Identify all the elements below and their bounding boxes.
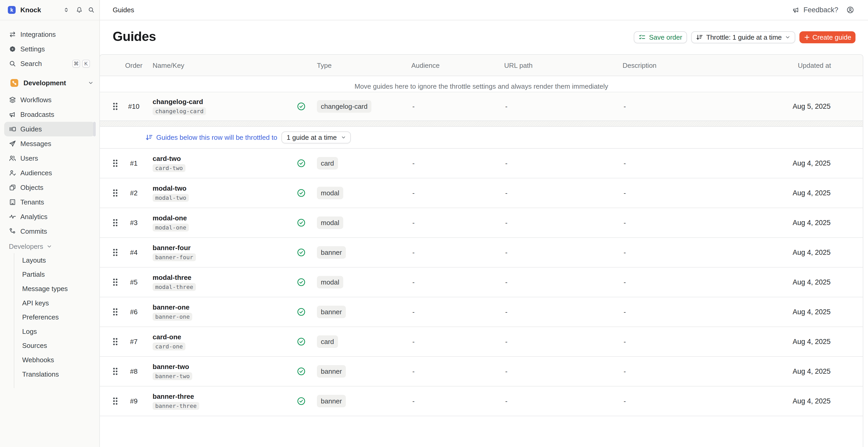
row-audience: - xyxy=(412,338,415,346)
workspace-select-icon[interactable] xyxy=(63,6,69,13)
drag-handle-icon[interactable] xyxy=(113,368,118,375)
table-row[interactable]: #2 modal-two modal-two modal - - - Aug 4… xyxy=(100,179,863,208)
sidebar-item-preferences[interactable]: Preferences xyxy=(14,310,99,324)
guide-name[interactable]: banner-two xyxy=(153,363,189,371)
save-order-button[interactable]: Save order xyxy=(634,31,687,43)
guide-name[interactable]: card-one xyxy=(153,333,181,341)
row-url-path: - xyxy=(505,159,507,167)
guide-name-key-cell: banner-two banner-two xyxy=(153,363,192,380)
guide-type-badge: modal xyxy=(317,276,343,288)
guide-name[interactable]: banner-four xyxy=(153,244,191,252)
throttle-count-dropdown[interactable]: 1 guide at a time xyxy=(281,131,351,143)
activity-icon xyxy=(9,213,16,220)
user-check-icon xyxy=(9,169,16,177)
table-row[interactable]: #4 banner-four banner-four banner - - - … xyxy=(100,238,863,267)
environment-switcher[interactable]: Development xyxy=(0,77,99,89)
drag-handle-icon[interactable] xyxy=(113,338,118,346)
sidebar-item-messages[interactable]: Messages xyxy=(4,136,95,151)
sidebar-item-layouts[interactable]: Layouts xyxy=(14,253,99,267)
checklist-icon xyxy=(639,34,646,41)
guide-name[interactable]: card-two xyxy=(153,155,181,163)
table-row[interactable]: #6 banner-one banner-one banner - - - Au… xyxy=(100,297,863,327)
row-order: #10 xyxy=(121,102,147,110)
guide-name[interactable]: modal-three xyxy=(153,274,191,282)
integrations-icon xyxy=(9,31,16,38)
create-guide-button[interactable]: Create guide xyxy=(799,31,856,43)
sort-descending-icon xyxy=(145,133,153,141)
developers-nav: Layouts Partials Message types API keys … xyxy=(14,253,99,388)
row-audience: - xyxy=(412,249,415,257)
status-check-icon xyxy=(297,159,305,167)
row-updated-at: Aug 4, 2025 xyxy=(793,189,831,197)
guide-name[interactable]: banner-three xyxy=(153,392,194,401)
drag-handle-icon[interactable] xyxy=(113,278,118,286)
drag-handle-icon[interactable] xyxy=(113,308,118,316)
sidebar-item-settings[interactable]: Settings xyxy=(4,42,95,56)
sidebar-item-audiences[interactable]: Audiences xyxy=(4,166,95,180)
drag-handle-icon[interactable] xyxy=(113,102,118,110)
guide-name-key-cell: banner-one banner-one xyxy=(153,303,192,321)
sidebar-item-partials[interactable]: Partials xyxy=(14,267,99,282)
developers-section-toggle[interactable]: Developers xyxy=(0,240,99,253)
row-order: #4 xyxy=(121,249,147,257)
table-row[interactable]: #8 banner-two banner-two banner - - - Au… xyxy=(100,357,863,386)
drag-handle-icon[interactable] xyxy=(113,159,118,167)
row-url-path: - xyxy=(505,397,507,405)
row-description: - xyxy=(624,397,626,405)
status-check-icon xyxy=(297,367,305,376)
sidebar-item-workflows[interactable]: Workflows xyxy=(4,93,95,107)
sidebar-item-integrations[interactable]: Integrations xyxy=(4,27,95,42)
table-row[interactable]: #1 card-two card-two card - - - Aug 4, 2… xyxy=(100,149,863,179)
search-icon[interactable] xyxy=(88,6,95,13)
drag-handle-icon[interactable] xyxy=(113,397,118,405)
guide-name[interactable]: banner-one xyxy=(153,303,190,311)
sidebar-item-tenants[interactable]: Tenants xyxy=(4,195,95,210)
throttle-dropdown-button[interactable]: Throttle: 1 guide at a time xyxy=(691,31,795,43)
sidebar-item-sources[interactable]: Sources xyxy=(14,339,99,353)
feedback-button[interactable]: Feedback? xyxy=(793,6,838,14)
building-icon xyxy=(9,198,16,206)
drag-handle-icon[interactable] xyxy=(113,219,118,227)
guide-name[interactable]: modal-two xyxy=(153,184,186,192)
drag-handle-icon[interactable] xyxy=(113,189,118,197)
knock-app: k Knock Integrations Settings Search xyxy=(0,0,868,447)
sidebar-item-users[interactable]: Users xyxy=(4,151,95,166)
guide-name[interactable]: modal-one xyxy=(153,214,187,222)
row-order: #1 xyxy=(121,159,147,167)
row-audience: - xyxy=(412,368,415,376)
sidebar-item-commits[interactable]: Commits xyxy=(4,224,95,238)
notifications-bell-icon[interactable] xyxy=(76,6,83,13)
status-check-icon xyxy=(297,189,305,197)
plus-icon xyxy=(804,34,810,41)
sidebar-item-broadcasts[interactable]: Broadcasts xyxy=(4,107,95,122)
sidebar-item-search[interactable]: Search ⌘ K xyxy=(4,56,95,71)
sidebar-item-api-keys[interactable]: API keys xyxy=(14,296,99,310)
guide-key: modal-two xyxy=(153,194,189,202)
sidebar-item-guides[interactable]: Guides xyxy=(4,122,95,136)
sidebar-item-translations[interactable]: Translations xyxy=(14,367,99,382)
unthrottled-hint: Move guides here to ignore the throttle … xyxy=(100,76,863,92)
guide-key: banner-one xyxy=(153,313,192,321)
row-audience: - xyxy=(412,159,415,167)
table-row[interactable]: #7 card-one card-one card - - - Aug 4, 2… xyxy=(100,327,863,357)
workspace-switcher[interactable]: k Knock xyxy=(0,0,99,20)
account-avatar-icon[interactable] xyxy=(847,6,854,13)
table-row[interactable]: #3 modal-one modal-one modal - - - Aug 4… xyxy=(100,208,863,238)
table-row[interactable]: #9 banner-three banner-three banner - - … xyxy=(100,386,863,416)
guide-name[interactable]: changelog-card xyxy=(153,98,203,106)
throttle-divider-row[interactable]: Guides below this row will be throttled … xyxy=(100,127,863,149)
sidebar-item-analytics[interactable]: Analytics xyxy=(4,210,95,224)
sidebar-item-logs[interactable]: Logs xyxy=(14,324,99,339)
throttle-drop-zone[interactable] xyxy=(100,121,863,127)
table-row[interactable]: #10 changelog-card changelog-card change… xyxy=(100,92,863,121)
row-updated-at: Aug 4, 2025 xyxy=(793,159,831,167)
guide-name-key-cell: card-one card-one xyxy=(153,333,185,351)
table-row[interactable]: #5 modal-three modal-three modal - - - A… xyxy=(100,267,863,297)
guide-type-badge: card xyxy=(317,336,338,348)
sidebar-item-objects[interactable]: Objects xyxy=(4,180,95,195)
scrollbar-thumb[interactable] xyxy=(93,122,96,136)
sidebar-item-message-types[interactable]: Message types xyxy=(14,282,99,296)
row-description: - xyxy=(624,308,626,316)
drag-handle-icon[interactable] xyxy=(113,249,118,256)
sidebar-item-webhooks[interactable]: Webhooks xyxy=(14,353,99,367)
